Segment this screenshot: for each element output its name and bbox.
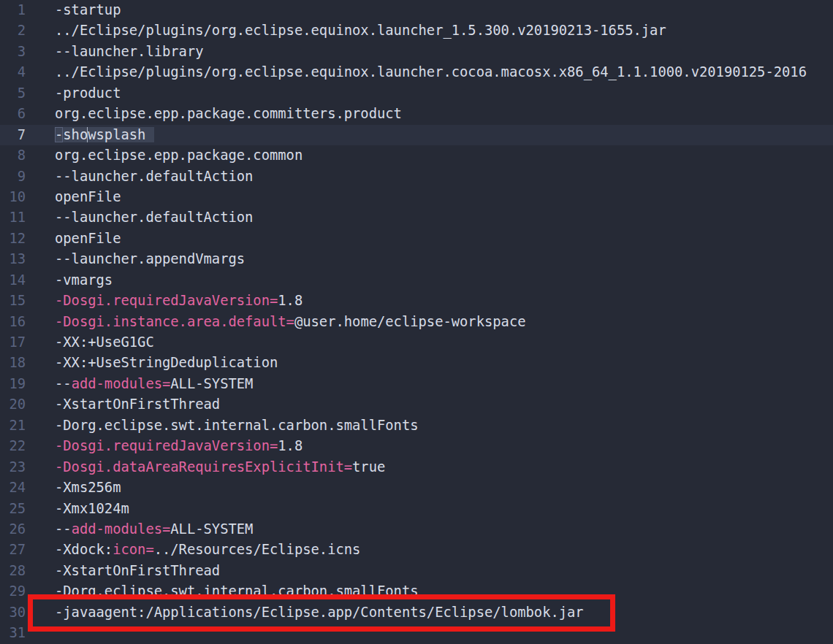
- code-text: -: [55, 127, 63, 142]
- line-number: 2: [0, 20, 26, 41]
- code-text: wsplash: [88, 127, 145, 142]
- code-line[interactable]: 10openFile: [0, 187, 833, 207]
- line-content: -XstartOnFirstThread: [55, 561, 220, 581]
- code-text: -startup: [55, 2, 121, 18]
- code-line[interactable]: 4../Eclipse/plugins/org.eclipse.equinox.…: [0, 62, 833, 83]
- code-line[interactable]: 31: [0, 623, 833, 643]
- line-number: 19: [0, 374, 26, 394]
- line-number: 10: [0, 187, 26, 207]
- code-line[interactable]: 19--add-modules=ALL-SYSTEM: [0, 374, 833, 394]
- line-content: ../Eclipse/plugins/org.eclipse.equinox.l…: [55, 62, 807, 83]
- line-content: -product: [55, 83, 121, 104]
- code-line[interactable]: 6org.eclipse.epp.package.committers.prod…: [0, 104, 833, 124]
- line-content: -Xms256m: [55, 478, 121, 498]
- line-number: 26: [0, 519, 26, 540]
- line-number: 28: [0, 561, 26, 581]
- line-number: 29: [0, 581, 26, 602]
- code-line[interactable]: 24-Xms256m: [0, 478, 833, 498]
- code-line[interactable]: 26--add-modules=ALL-SYSTEM: [0, 519, 833, 540]
- line-content: -Dosgi.requiredJavaVersion=1.8: [55, 436, 303, 456]
- line-content: org.eclipse.epp.package.committers.produ…: [55, 104, 402, 124]
- code-line[interactable]: 21-Dorg.eclipse.swt.internal.carbon.smal…: [0, 415, 833, 436]
- syntax-key-token: add-modules=: [72, 376, 171, 391]
- syntax-key-token: -Dosgi.dataAreaRequiresExplicitInit=: [55, 459, 352, 475]
- line-content: -javaagent:/Applications/Eclipse.app/Con…: [55, 602, 584, 623]
- code-line[interactable]: 1-startup: [0, 0, 833, 20]
- code-line[interactable]: 18-XX:+UseStringDeduplication: [0, 353, 833, 373]
- line-content: -Xdock:icon=../Resources/Eclipse.icns: [55, 540, 360, 560]
- code-line[interactable]: 15-Dosgi.requiredJavaVersion=1.8: [0, 291, 833, 311]
- code-text: ALL-SYSTEM: [170, 521, 253, 537]
- code-text: -XstartOnFirstThread: [55, 396, 220, 412]
- code-line[interactable]: 7-showsplash: [0, 125, 833, 145]
- code-line[interactable]: 2../Eclipse/plugins/org.eclipse.equinox.…: [0, 20, 833, 41]
- line-number: 22: [0, 436, 26, 456]
- code-line[interactable]: 25-Xmx1024m: [0, 499, 833, 519]
- code-text: --: [55, 376, 72, 391]
- code-line[interactable]: 5-product: [0, 83, 833, 104]
- code-line[interactable]: 22-Dosgi.requiredJavaVersion=1.8: [0, 436, 833, 456]
- line-content: --launcher.defaultAction: [55, 207, 253, 228]
- line-number: 12: [0, 229, 26, 249]
- line-number: 6: [0, 104, 26, 124]
- code-text: --launcher.defaultAction: [55, 210, 253, 225]
- line-content: --add-modules=ALL-SYSTEM: [55, 374, 253, 394]
- code-text: -product: [55, 85, 121, 101]
- code-line[interactable]: 30-javaagent:/Applications/Eclipse.app/C…: [0, 602, 833, 623]
- code-text: 1.8: [278, 438, 303, 453]
- code-text: -XstartOnFirstThread: [55, 563, 220, 578]
- code-text: ../Resources/Eclipse.icns: [154, 542, 361, 557]
- line-content: --add-modules=ALL-SYSTEM: [55, 519, 253, 540]
- code-text: --launcher.defaultAction: [55, 169, 253, 184]
- line-number: 14: [0, 270, 26, 291]
- line-content: -vmargs: [55, 270, 113, 291]
- code-lines: 1-startup2../Eclipse/plugins/org.eclipse…: [0, 0, 833, 644]
- code-text: -javaagent:/Applications/Eclipse.app/Con…: [55, 605, 584, 620]
- code-text: -Xms256m: [55, 480, 121, 495]
- code-text: --: [55, 521, 72, 537]
- code-editor[interactable]: 1-startup2../Eclipse/plugins/org.eclipse…: [0, 0, 833, 644]
- syntax-key-token: add-modules=: [72, 521, 171, 537]
- code-text: org.eclipse.epp.package.common: [55, 147, 303, 163]
- code-text: --launcher.library: [55, 44, 204, 59]
- code-text: -Dorg.eclipse.swt.internal.carbon.smallF…: [55, 583, 419, 599]
- line-content: -XX:+UseStringDeduplication: [55, 353, 278, 373]
- code-line[interactable]: 20-XstartOnFirstThread: [0, 394, 833, 415]
- line-number: 31: [0, 623, 26, 643]
- code-text: openFile: [55, 189, 121, 204]
- syntax-key-token: -Dosgi.requiredJavaVersion=: [55, 438, 278, 453]
- line-content: -showsplash: [55, 125, 154, 145]
- line-number: 23: [0, 457, 26, 478]
- code-text: -XX:+UseG1GC: [55, 334, 154, 350]
- line-number: 3: [0, 42, 26, 62]
- code-line[interactable]: 16-Dosgi.instance.area.default=@user.hom…: [0, 312, 833, 332]
- line-content: org.eclipse.epp.package.common: [55, 145, 303, 166]
- line-number: 4: [0, 62, 26, 83]
- code-line[interactable]: 8org.eclipse.epp.package.common: [0, 145, 833, 166]
- code-line[interactable]: 12openFile: [0, 229, 833, 249]
- line-number: 27: [0, 540, 26, 560]
- line-content: --launcher.appendVmargs: [55, 249, 245, 269]
- code-line[interactable]: 11--launcher.defaultAction: [0, 207, 833, 228]
- line-content: --launcher.library: [55, 42, 204, 62]
- code-text: --launcher.appendVmargs: [55, 251, 245, 267]
- line-number: 17: [0, 332, 26, 353]
- line-content: ../Eclipse/plugins/org.eclipse.equinox.l…: [55, 20, 666, 41]
- code-line[interactable]: 27-Xdock:icon=../Resources/Eclipse.icns: [0, 540, 833, 560]
- code-text: -Xdock:: [55, 542, 113, 557]
- code-line[interactable]: 17-XX:+UseG1GC: [0, 332, 833, 353]
- code-line[interactable]: 29-Dorg.eclipse.swt.internal.carbon.smal…: [0, 581, 833, 602]
- code-line[interactable]: 9--launcher.defaultAction: [0, 166, 833, 187]
- code-text: 1.8: [278, 293, 303, 308]
- code-line[interactable]: 23-Dosgi.dataAreaRequiresExplicitInit=tr…: [0, 457, 833, 478]
- line-content: --launcher.defaultAction: [55, 166, 253, 187]
- syntax-key-token: -Dosgi.instance.area.default=: [55, 314, 294, 329]
- line-content: -XX:+UseG1GC: [55, 332, 154, 353]
- line-content: -Dorg.eclipse.swt.internal.carbon.smallF…: [55, 581, 419, 602]
- code-line[interactable]: 14-vmargs: [0, 270, 833, 291]
- code-line[interactable]: 3--launcher.library: [0, 42, 833, 62]
- code-line[interactable]: 13--launcher.appendVmargs: [0, 249, 833, 269]
- code-text: org.eclipse.epp.package.committers.produ…: [55, 106, 402, 121]
- code-line[interactable]: 28-XstartOnFirstThread: [0, 561, 833, 581]
- code-text: true: [352, 459, 385, 475]
